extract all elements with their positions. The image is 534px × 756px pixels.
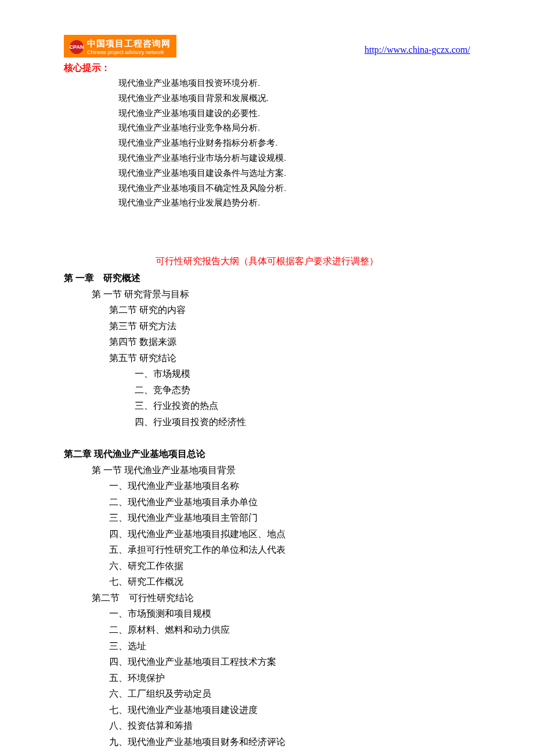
core-hint-label: 核心提示：	[64, 62, 470, 74]
chapter1-title: 第 一章 研究概述	[64, 270, 470, 286]
hint-item: 现代渔业产业基地行业市场分析与建设规模.	[118, 150, 470, 165]
outline-item: 五、承担可行性研究工作的单位和法人代表	[109, 542, 470, 558]
hint-item: 现代渔业产业基地行业发展趋势分析.	[118, 195, 470, 210]
outline-item: 六、研究工作依据	[109, 558, 470, 574]
section-heading: 第 一节 研究背景与目标	[92, 286, 470, 303]
outline-item: 二、竞争态势	[135, 382, 470, 398]
outline-item: 三、选址	[109, 638, 470, 654]
hint-item: 现代渔业产业基地项目背景和发展概况.	[118, 91, 470, 106]
outline-item: 四、行业项目投资的经济性	[135, 414, 470, 430]
hint-item: 现代渔业产业基地项目建设条件与选址方案.	[118, 165, 470, 181]
outline-item: 四、现代渔业产业基地项目拟建地区、地点	[109, 526, 470, 542]
outline-item: 一、市场规模	[135, 366, 470, 382]
outline-item: 六、工厂组织及劳动定员	[109, 686, 470, 702]
section-heading: 第 一节 现代渔业产业基地项目背景	[92, 462, 470, 478]
hint-list: 现代渔业产业基地项目投资环境分析. 现代渔业产业基地项目背景和发展概况. 现代渔…	[118, 75, 470, 210]
outline-title: 可行性研究报告大纲（具体可根据客户要求进行调整）	[64, 255, 470, 268]
section-heading: 第二节 可行性研究结论	[92, 590, 470, 606]
logo-text-cn: 中国项目工程咨询网	[87, 38, 171, 49]
outline-item: 三、现代渔业产业基地项目主管部门	[109, 510, 470, 526]
outline-item: 八、投资估算和筹措	[109, 718, 470, 734]
section-heading: 第五节 研究结论	[109, 350, 470, 366]
source-url-link[interactable]: http://www.china-gczx.com/	[365, 45, 470, 57]
logo-text-en: Chinese project advisory network	[87, 49, 171, 55]
hint-item: 现代渔业产业基地行业财务指标分析参考.	[118, 135, 470, 150]
section-heading: 第四节 数据来源	[109, 334, 470, 350]
logo-banner: CPAN 中国项目工程咨询网 Chinese project advisory …	[64, 35, 176, 57]
outline-item: 七、研究工作概况	[109, 574, 470, 590]
outline-item: 一、现代渔业产业基地项目名称	[109, 478, 470, 494]
section-heading: 第三节 研究方法	[109, 318, 470, 334]
outline-item: 二、原材料、燃料和动力供应	[109, 622, 470, 638]
hint-item: 现代渔业产业基地行业竞争格局分析.	[118, 120, 470, 135]
chapter2-title: 第二章 现代渔业产业基地项目总论	[64, 446, 470, 462]
hint-item: 现代渔业产业基地项目建设的必要性.	[118, 106, 470, 121]
outline-item: 三、行业投资的热点	[135, 398, 470, 414]
section-heading: 第二节 研究的内容	[109, 302, 470, 318]
logo-icon: CPAN	[70, 40, 84, 54]
outline-item: 二、现代渔业产业基地项目承办单位	[109, 494, 470, 510]
outline-item: 四、现代渔业产业基地项目工程技术方案	[109, 654, 470, 670]
outline-item: 九、现代渔业产业基地项目财务和经济评论	[109, 734, 470, 750]
page-header: CPAN 中国项目工程咨询网 Chinese project advisory …	[64, 35, 470, 57]
outline-item: 七、现代渔业产业基地项目建设进度	[109, 702, 470, 718]
outline-item: 一、市场预测和项目规模	[109, 606, 470, 622]
hint-item: 现代渔业产业基地项目投资环境分析.	[118, 75, 470, 91]
hint-item: 现代渔业产业基地项目不确定性及风险分析.	[118, 181, 470, 196]
logo-text: 中国项目工程咨询网 Chinese project advisory netwo…	[87, 38, 171, 55]
spacer	[64, 430, 470, 446]
outline-item: 五、环境保护	[109, 670, 470, 686]
